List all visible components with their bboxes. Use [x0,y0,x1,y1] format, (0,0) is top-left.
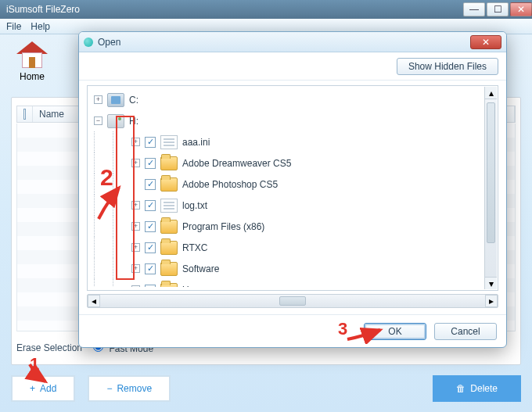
add-label: Add [40,383,56,394]
dialog-close-button[interactable]: ✕ [470,35,501,49]
file-icon [160,135,178,149]
tree-node[interactable]: +RTXC [91,237,483,258]
tree-expander[interactable]: + [94,95,102,104]
tree-node[interactable]: −H: [91,110,483,131]
folder-icon [160,220,178,234]
minimize-button[interactable]: — [463,2,485,16]
tree-expander[interactable]: + [131,159,140,167]
menu-file[interactable]: File [6,21,21,32]
tree-node-label[interactable]: Program Files (x86) [182,221,264,232]
tree-container: +C:−H:+aaa.ini+Adobe Dreamweaver CS5Adob… [79,81,506,314]
window-controls: — ☐ ✕ [463,0,532,19]
menu-help[interactable]: Help [31,21,50,32]
cancel-button[interactable]: Cancel [434,323,497,340]
tree-node-label[interactable]: Software [182,263,219,274]
remove-label: Remove [117,383,152,394]
shredder-icon: 🗑 [456,383,466,394]
drive-icon [107,93,124,107]
tree-vertical-scrollbar[interactable]: ▴ ▾ [484,87,497,289]
tree-node[interactable]: +Users [91,279,483,287]
tree-node[interactable]: +Adobe Dreamweaver CS5 [91,152,483,174]
dialog-titlebar[interactable]: Open ✕ [79,32,506,52]
erase-label: Erase Selection [16,342,82,353]
tree-expander[interactable]: − [94,116,102,125]
delete-label: Delete [470,383,498,394]
checkbox-column[interactable] [17,106,33,122]
tree-node[interactable]: +log.txt [91,195,483,216]
tree-node[interactable]: Adobe Photoshop CS5 [91,174,483,195]
dialog-buttons: OK Cancel [79,314,506,347]
dialog-toolbar: Show Hidden Files [79,52,506,81]
tree-expander[interactable]: + [131,201,140,210]
titlebar: iSumsoft FileZero — ☐ ✕ [0,0,532,19]
home-label: Home [20,71,45,82]
remove-button[interactable]: Remove [88,375,171,402]
delete-button[interactable]: 🗑 Delete [433,375,521,402]
open-dialog: Open ✕ Show Hidden Files +C:−H:+aaa.ini+… [78,31,507,348]
tree-node-label[interactable]: H: [129,116,138,127]
tree-checkbox[interactable] [145,221,156,232]
tree-node-label[interactable]: Users [182,285,207,288]
tree-checkbox[interactable] [145,285,156,288]
tree-expander[interactable]: + [131,285,140,287]
close-button[interactable]: ✕ [510,2,532,16]
add-button[interactable]: Add [11,375,75,402]
tree-horizontal-scrollbar[interactable]: ◂ ▸ [87,294,498,308]
ok-button[interactable]: OK [364,323,426,340]
drive-icon [107,114,124,128]
tree-checkbox[interactable] [145,179,156,190]
tree-checkbox[interactable] [145,200,156,211]
folder-icon [160,262,178,276]
tree-node[interactable]: +Program Files (x86) [91,216,483,237]
tree-expander[interactable]: + [131,243,140,252]
tree-checkbox[interactable] [145,137,156,148]
scroll-down-arrow[interactable]: ▾ [485,277,497,289]
folder-icon [160,156,178,170]
scroll-thumb[interactable] [487,102,495,243]
home-button[interactable]: Home [8,38,56,86]
tree-node-label[interactable]: log.txt [182,200,207,211]
file-icon [160,199,178,213]
app-icon [84,38,93,47]
dialog-title: Open [98,37,120,48]
window-title: iSumsoft FileZero [6,4,80,15]
tree-node-label[interactable]: C: [129,95,138,106]
tree-node-label[interactable]: Adobe Photoshop CS5 [182,179,278,190]
tree-node[interactable]: +Software [91,258,483,279]
folder-icon [160,283,178,288]
tree-node-label[interactable]: Adobe Dreamweaver CS5 [182,158,291,169]
tree-checkbox[interactable] [145,158,156,169]
folder-icon [160,177,178,192]
tree-node-label[interactable]: RTXC [182,242,207,253]
home-icon [16,41,48,70]
tree-checkbox[interactable] [145,242,156,253]
folder-icon [160,241,178,255]
bottom-bar: Add Remove 🗑 Delete [11,373,521,404]
tree-node[interactable]: +C: [91,89,483,110]
file-tree[interactable]: +C:−H:+aaa.ini+Adobe Dreamweaver CS5Adob… [91,89,483,287]
show-hidden-button[interactable]: Show Hidden Files [397,58,498,75]
tree-node-label[interactable]: aaa.ini [182,137,210,148]
plus-icon [30,383,35,394]
scroll-up-arrow[interactable]: ▴ [485,87,497,99]
tree-box: +C:−H:+aaa.ini+Adobe Dreamweaver CS5Adob… [87,85,498,291]
tree-checkbox[interactable] [145,263,156,274]
minus-icon [106,383,112,394]
tree-expander[interactable]: + [131,222,140,231]
tree-node[interactable]: +aaa.ini [91,131,483,152]
maximize-button[interactable]: ☐ [487,2,509,16]
tree-expander[interactable]: + [131,264,140,273]
scroll-right-arrow[interactable]: ▸ [485,295,498,307]
select-all-checkbox[interactable] [23,109,26,120]
hscroll-thumb[interactable] [279,296,306,306]
scroll-left-arrow[interactable]: ◂ [88,295,100,307]
tree-expander[interactable]: + [131,138,140,146]
